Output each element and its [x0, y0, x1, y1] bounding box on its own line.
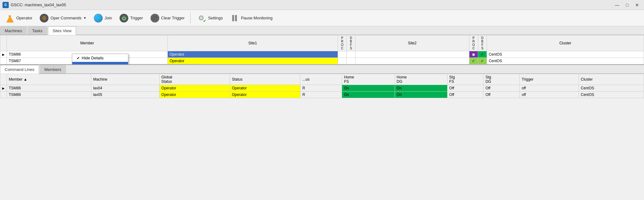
proc2-2: ✓	[469, 58, 478, 64]
bottom-area: Command Lines Members Member ▲ Machine G…	[0, 64, 644, 98]
col-dbfs2: DBFS	[478, 35, 487, 51]
cmd-col-machine: Machine	[91, 74, 159, 85]
cmd-row1-stg-fs: Off	[447, 85, 483, 92]
tab-sites-view[interactable]: Sites View	[48, 26, 76, 35]
col-member: Member	[7, 35, 168, 51]
dbfs1-2	[347, 58, 355, 64]
cmd-row2-global-status: Operator	[159, 92, 230, 98]
app-icon: G	[3, 2, 9, 8]
check-icon: ✔	[77, 56, 80, 60]
join-button[interactable]: 🌐 Join	[91, 12, 115, 24]
cmd-row1-stg-dg: Off	[483, 85, 520, 92]
col-row-indicator	[0, 35, 7, 51]
site2-2	[355, 58, 469, 64]
headset-icon: 🎧	[151, 14, 159, 22]
row-expand-2	[0, 58, 7, 64]
oper-commands-button[interactable]: ⚙ Oper Commands ▼	[37, 12, 89, 24]
dbfs1-1	[347, 51, 355, 58]
cmd-row1-status: Operator	[230, 85, 300, 92]
power-icon: ⏻	[120, 14, 128, 22]
globe-icon: 🌐	[94, 14, 103, 22]
cluster-2: CentOS	[487, 58, 644, 64]
cmd-row1-machine: lax04	[91, 85, 159, 92]
cone-icon	[6, 14, 14, 22]
oper-commands-label: Oper Commands	[50, 16, 81, 20]
cmd-col-stg-fs: StgFS	[447, 74, 483, 85]
maximize-button[interactable]: □	[623, 2, 631, 8]
site2-1	[355, 51, 469, 58]
cmd-col-status: Status	[230, 74, 300, 85]
sp-tsm-label: SP/TSM	[77, 63, 92, 64]
col-site1: Site1	[167, 35, 338, 51]
window-controls: — □ ✕	[613, 2, 641, 8]
row-expand-1: ▶	[0, 51, 7, 58]
cmd-col-home-fs: HomeFS	[342, 74, 395, 85]
proc1-2	[338, 58, 347, 64]
cmd-row2-stg-fs: Off	[447, 92, 483, 98]
cmd-col-member[interactable]: Member ▲	[7, 74, 91, 85]
toolbar-separator-1	[190, 12, 191, 24]
operator-button[interactable]: Operator	[3, 12, 35, 24]
cmd-col-stg-dg: StgDG	[483, 74, 520, 85]
col-cluster: Cluster	[487, 35, 644, 51]
col-dbfs1: DBFS	[347, 35, 355, 51]
dbfs2-2: ✓	[478, 58, 487, 64]
proc1-1	[338, 51, 347, 58]
site1-1: Operator	[167, 51, 338, 58]
cmd-row2-cluster: CentOS	[579, 92, 644, 98]
oper-commands-icon: ⚙	[40, 14, 49, 22]
cluster-1: CentOS	[487, 51, 644, 58]
site1-2: Operator	[167, 58, 338, 64]
trigger-button[interactable]: ⏻ Trigger	[116, 12, 146, 24]
tab-machines[interactable]: Machines	[0, 26, 27, 35]
command-table: Member ▲ Machine GlobalStatus Status ...…	[0, 74, 644, 98]
tab-members[interactable]: Members	[40, 65, 66, 73]
cmd-row2-machine: lax05	[91, 92, 159, 98]
cmd-row2-trigger: off	[520, 92, 579, 98]
cmd-col-cluster: Cluster	[579, 74, 644, 85]
dropdown-arrow-icon: ▼	[83, 16, 86, 20]
toolbar: Operator ⚙ Oper Commands ▼ 🌐 Join ⏻ Trig…	[0, 10, 644, 26]
cmd-row2-member: TSM86	[7, 92, 91, 98]
col-proc2: PROC	[469, 35, 478, 51]
cmd-row1-trigger: off	[520, 85, 579, 92]
hide-details-label: Hide Details	[82, 56, 104, 60]
cmd-row1-home-fs: On	[342, 85, 395, 92]
cmd-row-1[interactable]: ▶ TSM86 lax04 Operator Operator R On On …	[0, 85, 644, 92]
tab-command-lines[interactable]: Command Lines	[0, 65, 39, 74]
cmd-col-global-status: GlobalStatus	[159, 74, 230, 85]
cmd-col-partial-status: ...us	[300, 74, 342, 85]
title-bar: G GSCC: machines_lax04_lax05 — □ ✕	[0, 0, 644, 10]
ctx-sp-tsm[interactable]: SP/TSM ▶	[72, 62, 128, 64]
cmd-col-indicator	[0, 74, 7, 85]
close-button[interactable]: ✕	[633, 2, 641, 8]
cmd-row2-partial-status: R	[300, 92, 342, 98]
ctx-hide-details[interactable]: ✔ Hide Details	[72, 54, 128, 62]
proc2-1: ◉	[469, 51, 478, 58]
cmd-row1-indicator: ▶	[0, 85, 7, 92]
tab-tasks[interactable]: Tasks	[28, 26, 47, 35]
clear-trigger-button[interactable]: 🎧 Clear Trigger	[147, 12, 188, 24]
join-label: Join	[105, 16, 112, 20]
col-proc1: PROC	[338, 35, 347, 51]
main-area: Member Site1 PROC DBFS Site2 PROC DBFS C…	[0, 35, 644, 64]
cmd-row2-home-dg: On	[395, 92, 447, 98]
cmd-row1-partial-status: R	[300, 85, 342, 92]
operator-label: Operator	[16, 16, 32, 20]
pause-monitoring-label: Pause Monitoring	[241, 16, 273, 20]
settings-button[interactable]: ⚙ ✔ Settings	[193, 12, 226, 24]
cmd-row2-stg-dg: Off	[483, 92, 520, 98]
gear-check-icon: ⚙ ✔	[196, 13, 206, 23]
cmd-row2-indicator	[0, 92, 7, 98]
pause-icon	[230, 14, 239, 22]
clear-trigger-label: Clear Trigger	[161, 16, 185, 20]
cmd-row1-global-status: Operator	[159, 85, 230, 92]
trigger-label: Trigger	[130, 16, 143, 20]
pause-monitoring-button[interactable]: Pause Monitoring	[227, 12, 276, 24]
cmd-row-2[interactable]: TSM86 lax05 Operator Operator R On On Of…	[0, 92, 644, 98]
dbfs2-1: ✓	[478, 51, 487, 58]
minimize-button[interactable]: —	[613, 2, 621, 8]
cmd-row2-status: Operator	[230, 92, 300, 98]
cmd-row1-member: TSM86	[7, 85, 91, 92]
col-site2: Site2	[355, 35, 469, 51]
